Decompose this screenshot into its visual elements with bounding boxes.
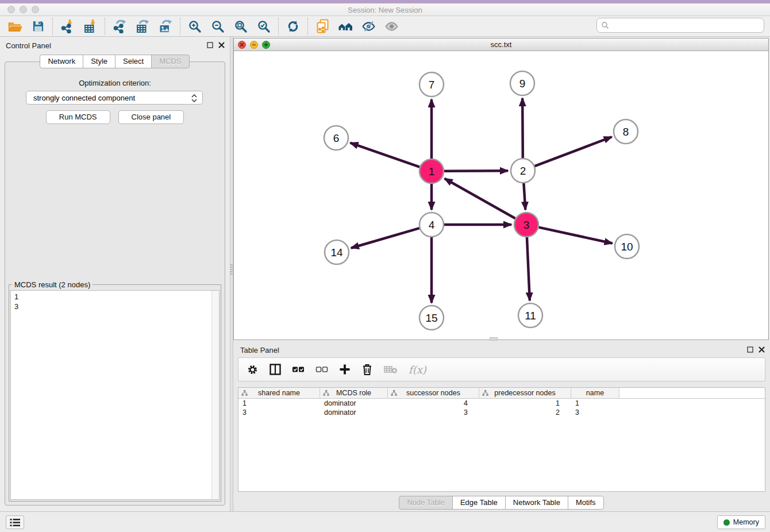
table-cell[interactable]: 3 [388, 408, 479, 417]
tab-network[interactable]: Network [40, 55, 83, 68]
table-cell[interactable]: dominator [320, 399, 388, 408]
show-columns-button[interactable] [270, 361, 281, 378]
graph-node-label: 1 [429, 165, 435, 178]
graph-edges [351, 98, 613, 303]
graph-edge-2-8[interactable] [535, 137, 612, 166]
graph-edge-2-9[interactable] [522, 98, 523, 158]
table-cell[interactable]: 3 [238, 408, 320, 417]
trash-icon [361, 363, 373, 376]
open-folder-icon [7, 20, 22, 33]
zoom-selected-button[interactable] [252, 17, 275, 36]
apply-layout-button[interactable] [282, 17, 305, 36]
close-panel-icon[interactable] [218, 42, 225, 48]
graph-edge-1-2[interactable] [444, 171, 508, 171]
tab-node-table[interactable]: Node Table [399, 496, 453, 510]
network-window-title: scc.txt [234, 40, 768, 49]
graph-edge-1-6[interactable] [351, 143, 420, 167]
table-body: 1dominator4113dominator323 [238, 399, 765, 417]
float-table-panel-icon[interactable] [747, 346, 753, 353]
close-panel-button[interactable]: Close panel [118, 110, 184, 124]
column-header-shared-name[interactable]: shared name [238, 388, 320, 399]
import-table-button[interactable] [79, 17, 102, 36]
zoom-in-button[interactable] [183, 17, 206, 36]
splitter-grip[interactable] [230, 264, 233, 276]
search-input[interactable] [609, 21, 764, 30]
delete-row-button[interactable] [361, 361, 373, 378]
memory-status-icon [723, 519, 730, 526]
export-image-button[interactable] [154, 17, 177, 36]
criterion-dropdown[interactable]: strongly connected component [26, 91, 203, 105]
panel-menu-button[interactable] [6, 515, 24, 529]
graph-node-label: 7 [429, 79, 435, 91]
table-cell[interactable]: 2 [479, 408, 571, 417]
delete-column-button[interactable] [384, 361, 398, 378]
table-cell[interactable]: 4 [388, 399, 479, 408]
network-canvas[interactable]: 1234678910111415 [234, 51, 768, 340]
tab-motifs[interactable]: Motifs [568, 496, 604, 510]
close-table-panel-icon[interactable] [759, 346, 765, 353]
tab-edge-table[interactable]: Edge Table [452, 496, 506, 510]
select-all-button[interactable] [292, 361, 305, 378]
open-file-button[interactable] [3, 17, 26, 36]
deselect-all-icon [315, 365, 328, 374]
table-cell[interactable]: 1 [479, 399, 571, 408]
graph-edge-3-11[interactable] [527, 237, 530, 300]
zoom-out-button[interactable] [206, 17, 229, 36]
deselect-all-button[interactable] [315, 361, 328, 378]
run-mcds-button[interactable]: Run MCDS [46, 110, 110, 124]
clone-network-button[interactable] [311, 17, 334, 36]
tab-select[interactable]: Select [115, 55, 152, 68]
network-window-titlebar[interactable]: scc.txt [234, 38, 768, 51]
mcds-result-textarea[interactable]: 1 3 [10, 290, 220, 500]
save-session-button[interactable] [26, 17, 49, 36]
column-header-successor-nodes[interactable]: successor nodes [388, 388, 479, 399]
graph-edge-3-10[interactable] [538, 228, 612, 244]
column-header-filler [619, 388, 765, 399]
table-cell[interactable]: dominator [320, 408, 388, 417]
search-icon [601, 21, 609, 29]
export-network-button[interactable] [108, 17, 131, 36]
optimization-criterion-label: Optimization criterion: [5, 79, 225, 87]
dropdown-stepper-icon [191, 94, 197, 104]
status-bar: Memory [0, 511, 770, 532]
tree-icon [323, 390, 329, 396]
add-row-button[interactable] [339, 361, 351, 378]
memory-button[interactable]: Memory [717, 515, 765, 529]
import-network-icon [60, 19, 75, 33]
table-cell[interactable]: 1 [238, 399, 320, 408]
graph-node-label: 2 [520, 165, 526, 177]
table-settings-button[interactable] [247, 361, 259, 378]
graph-node-label: 14 [330, 246, 343, 259]
eye-slash-icon [361, 20, 376, 33]
zoom-in-icon [188, 20, 202, 33]
zoom-fit-button[interactable] [229, 17, 252, 36]
graph-edge-2-3[interactable] [523, 183, 525, 210]
graph-edge-3-1[interactable] [445, 179, 515, 218]
hide-selected-button[interactable] [357, 17, 380, 36]
control-panel-tabs: Network Style Select MCDS [0, 55, 230, 68]
table-row[interactable]: 3dominator323 [238, 408, 765, 417]
table-row[interactable]: 1dominator411 [238, 399, 765, 408]
horizontal-splitter-grip[interactable] [490, 337, 498, 341]
graph-node-label: 9 [519, 78, 526, 90]
tab-style[interactable]: Style [83, 55, 116, 68]
show-all-button[interactable] [380, 17, 403, 36]
function-builder-icon[interactable]: f(x) [409, 361, 426, 378]
control-panel-title: Control Panel [6, 41, 51, 50]
import-network-button[interactable] [56, 17, 79, 36]
graph-edge-4-14[interactable] [351, 228, 419, 248]
table-cell[interactable]: 1 [571, 399, 619, 408]
table-toolbar: f(x) [238, 357, 765, 381]
tab-mcds[interactable]: MCDS [151, 55, 189, 68]
first-neighbors-button[interactable] [334, 17, 357, 36]
tab-network-table[interactable]: Network Table [505, 496, 568, 510]
column-header-mcds-role[interactable]: MCDS role [320, 388, 388, 399]
column-header-name[interactable]: name [571, 388, 619, 399]
network-graph: 1234678910111415 [234, 51, 768, 340]
export-table-button[interactable] [131, 17, 154, 36]
result-scrollbar[interactable] [211, 291, 219, 499]
column-header-predecessor-nodes[interactable]: predecessor nodes [479, 388, 571, 399]
search-box[interactable] [596, 18, 764, 33]
table-cell[interactable]: 3 [571, 408, 619, 417]
float-panel-icon[interactable] [207, 42, 213, 48]
